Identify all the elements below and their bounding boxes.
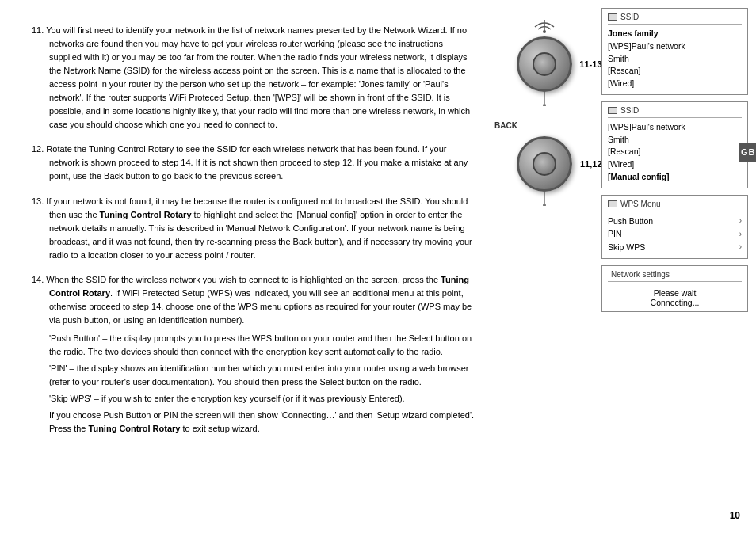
bottom-knob-stem <box>540 192 548 206</box>
wifi-antenna-icon <box>529 16 560 33</box>
wps-pin-arrow: › <box>739 228 742 241</box>
ssid-item-wired: [Wired] <box>608 78 742 90</box>
instruction-11: 11. You will first need to identify your… <box>32 24 475 131</box>
wps-push-button-arrow: › <box>739 215 742 227</box>
svg-point-3 <box>543 104 546 106</box>
step-number-11: 11. <box>32 25 44 35</box>
knob-center <box>533 52 556 76</box>
ssid-panel-1: SSID Jones family [WPS]Paul's network Sm… <box>601 8 748 95</box>
device-illustration-panel: 11-13 BACK 11,12 <box>491 0 598 533</box>
ui-panels-panel: SSID Jones family [WPS]Paul's network Sm… <box>598 0 756 533</box>
ssid2-item-smith: Smith <box>608 134 742 147</box>
ssid-header-1: SSID <box>608 13 742 25</box>
network-settings-panel: Network settings Please wait Connecting.… <box>601 265 748 312</box>
bottom-knob[interactable] <box>517 136 572 192</box>
ssid2-item-manual-config: [Manual config] <box>608 171 742 184</box>
ssid2-item-rescan: [Rescan] <box>608 146 742 158</box>
page-number: 10 <box>730 510 740 521</box>
network-connecting: Connecting... <box>608 298 742 307</box>
ssid-header-2: SSID <box>608 106 742 118</box>
instruction-13: 13. If your network is not found, it may… <box>32 195 475 262</box>
top-knob[interactable] <box>517 36 572 92</box>
step-label-1113: 11-13 <box>579 59 601 69</box>
back-label: BACK <box>494 121 517 130</box>
instruction-14: 14. When the SSID for the wireless netwo… <box>32 273 475 436</box>
knob-stem <box>540 92 548 106</box>
wps-pin-label: PIN <box>608 227 622 241</box>
svg-point-1 <box>543 30 546 33</box>
ssid-item-rescan: [Rescan] <box>608 65 742 78</box>
bottom-knob-center <box>533 152 556 176</box>
wps-pin-row: PIN › <box>608 227 742 241</box>
step-number-14: 14. <box>32 275 44 284</box>
ssid2-item-wired: [Wired] <box>608 158 742 171</box>
network-settings-header: Network settings <box>608 270 742 282</box>
wps-icon <box>608 200 617 207</box>
top-knob-area: 11-13 <box>517 16 572 106</box>
step-number-13: 13. <box>32 196 44 206</box>
ssid-icon-2 <box>608 107 617 114</box>
svg-point-5 <box>543 204 546 206</box>
ssid-icon-1 <box>608 13 617 21</box>
wps-skip-row: Skip WPS › <box>608 241 742 254</box>
instruction-12: 12. Rotate the Tuning Control Rotary to … <box>32 143 475 183</box>
ssid-item-jones: Jones family <box>608 28 742 40</box>
ssid-panel-2: SSID [WPS]Paul's network Smith [Rescan] … <box>601 101 748 188</box>
wps-push-button-row: Push Button › <box>608 215 742 228</box>
step-text-12: Rotate the Tuning Control Rotary to see … <box>46 144 468 181</box>
ssid-item-smith: Smith <box>608 53 742 66</box>
step-number-12: 12. <box>32 144 44 154</box>
wps-header: WPS Menu <box>608 200 742 211</box>
ssid-item-wps-paul: [WPS]Paul's network <box>608 40 742 53</box>
wps-skip-label: Skip WPS <box>608 241 645 254</box>
wps-menu-panel: WPS Menu Push Button › PIN › Skip WPS › <box>601 195 748 259</box>
step-text-11: You will first need to identify your net… <box>46 25 470 129</box>
instructions-panel: 11. You will first need to identify your… <box>0 0 491 533</box>
wps-push-button-label: Push Button <box>608 215 653 228</box>
wps-skip-arrow: › <box>739 241 742 253</box>
gb-tab: GB <box>739 143 756 162</box>
network-please-wait: Please wait <box>608 288 742 298</box>
step-label-1112: 11,12 <box>580 159 602 169</box>
ssid2-item-wps-paul: [WPS]Paul's network <box>608 121 742 134</box>
